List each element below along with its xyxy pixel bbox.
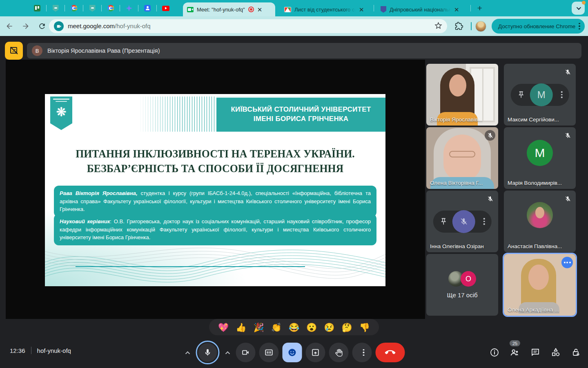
recording-icon <box>248 7 254 12</box>
call-controls <box>183 337 405 368</box>
camera-button[interactable] <box>236 343 256 362</box>
captions-button[interactable] <box>259 343 279 362</box>
reaction-thumbs-up[interactable]: 👍 <box>236 323 246 332</box>
pinned-tab-password-2[interactable] <box>86 0 98 16</box>
browser-menu-icon[interactable] <box>579 23 580 30</box>
raise-hand-button[interactable] <box>329 343 349 362</box>
address-bar[interactable]: meet.google.com/hof-ynuk-ofq <box>49 19 447 33</box>
participant-name: Максим Сергійови... <box>508 117 573 123</box>
meet-bottom-bar: 12:36 hof-ynuk-ofq <box>0 337 588 368</box>
tile-menu-icon[interactable] <box>561 91 563 98</box>
back-button[interactable] <box>2 19 16 33</box>
tab-university[interactable]: Дніпровський національний ✕ <box>376 2 469 16</box>
contacts-icon <box>144 5 151 11</box>
mic-button[interactable] <box>198 343 217 362</box>
reaction-clap[interactable]: 👏 <box>271 323 282 332</box>
chat-button[interactable] <box>530 347 541 358</box>
participant-tile-video[interactable]: Вікторія Ярославів... <box>426 64 498 126</box>
reaction-thinking[interactable]: 🤔 <box>342 323 352 332</box>
tab-meet-active[interactable]: Meet: "hof-ynuk-ofq" ✕ <box>183 2 275 16</box>
forward-button[interactable] <box>19 19 33 33</box>
participants-button[interactable]: 25 <box>510 347 520 358</box>
kebab-icon <box>363 349 365 356</box>
participant-tile-avatar[interactable]: Анастасія Павлівна... <box>504 191 576 252</box>
reaction-party[interactable]: 🎉 <box>253 323 264 332</box>
tab-separator <box>101 5 102 11</box>
shield-icon <box>53 5 59 12</box>
tab-gmail[interactable]: Лист від студентського сам ✕ <box>280 2 372 16</box>
toolbar-separator <box>471 22 472 30</box>
pin-icon[interactable] <box>440 218 448 225</box>
extensions-icon[interactable] <box>454 22 463 32</box>
pinned-tab-password[interactable] <box>49 0 62 16</box>
present-button[interactable] <box>306 343 325 362</box>
reaction-surprised[interactable]: 😮 <box>306 323 317 332</box>
pinned-tab-youtube[interactable] <box>160 0 172 16</box>
participant-avatar: М <box>530 83 553 106</box>
participant-tile-avatar[interactable]: Інна Олегівна Озіран <box>426 191 498 252</box>
meet-panel-buttons: 25 <box>489 337 581 368</box>
meet-site-icon <box>54 21 64 31</box>
participant-tile-active-speaker[interactable]: Олена Аркадіївна ... <box>503 253 577 317</box>
tab-close-icon[interactable]: ✕ <box>257 7 263 13</box>
tab-label: Лист від студентського сам <box>294 7 356 13</box>
slide-pinstripes <box>138 96 216 132</box>
reaction-bar: 💖 👍 🎉 👏 😂 😮 😢 🤔 👎 <box>209 319 379 335</box>
reactions-button[interactable] <box>283 343 302 362</box>
pinned-tab-google-2[interactable] <box>105 0 117 16</box>
presentation-off-warning[interactable] <box>5 42 23 60</box>
participant-tile-avatar[interactable]: М Максим Сергійови... <box>504 64 576 126</box>
reload-button[interactable] <box>35 19 49 33</box>
slide-author-box: Рава Вікторія Ярославівна, студентка І к… <box>54 186 376 217</box>
chrome-update-button[interactable]: Доступно обновление Chrome <box>492 19 585 34</box>
slide: КИЇВСЬКИЙ СТОЛИЧНИЙ УНІВЕРСИТЕТ ІМЕНІ БО… <box>45 94 385 286</box>
pinned-tab-google[interactable] <box>68 0 80 16</box>
mic-options-chevron[interactable] <box>183 343 192 362</box>
footer-separator <box>31 347 31 354</box>
participant-tile-avatar[interactable]: М Марія Володимирів... <box>504 127 576 189</box>
host-controls-button[interactable] <box>571 347 581 358</box>
tab-search-chevron-button[interactable] <box>572 2 585 15</box>
reaction-laugh[interactable]: 😂 <box>289 323 299 332</box>
camera-options-chevron[interactable] <box>223 343 232 362</box>
end-call-button[interactable] <box>376 343 405 362</box>
participant-name: Марія Володимирів... <box>508 180 573 186</box>
tile-hover-controls <box>433 211 492 233</box>
mic-off-icon <box>485 130 495 141</box>
slide-title-line1: ПИТАННЯ ІНКЛЮЗИВНОСТІ НА ТЕРЕНАХ УКРАЇНИ… <box>55 146 375 161</box>
bookmark-star-icon[interactable] <box>434 22 442 31</box>
reaction-heart[interactable]: 💖 <box>218 323 229 332</box>
presenter-banner[interactable]: В Вікторія Ярославівна Рава (Презентація… <box>27 43 581 58</box>
mic-off-icon <box>485 193 495 204</box>
mic-off-icon <box>562 67 573 77</box>
tile-options-button[interactable] <box>561 257 573 268</box>
more-options-button[interactable] <box>352 343 372 362</box>
reaction-thumbs-down[interactable]: 👎 <box>359 323 370 332</box>
new-tab-button[interactable]: + <box>474 3 485 13</box>
participant-tile-video[interactable]: Олена Вікторівна Г... <box>426 127 498 189</box>
mic-off-icon <box>562 193 573 204</box>
more-participants-tile[interactable]: О Ще 17 осіб <box>426 254 498 316</box>
tab-separator <box>156 5 157 11</box>
tab-close-icon[interactable]: ✕ <box>359 7 364 13</box>
slide-university-banner: КИЇВСЬКИЙ СТОЛИЧНИЙ УНІВЕРСИТЕТ ІМЕНІ БО… <box>216 96 385 132</box>
pinned-tab-gemini[interactable] <box>123 0 135 16</box>
pinned-tab-contacts[interactable] <box>141 0 154 16</box>
participant-initial-avatar: О <box>461 271 476 287</box>
tab-close-icon[interactable]: ✕ <box>454 7 459 13</box>
profile-avatar[interactable] <box>475 21 486 32</box>
pinned-tab-trello[interactable] <box>31 0 43 16</box>
slide-title: ПИТАННЯ ІНКЛЮЗИВНОСТІ НА ТЕРЕНАХ УКРАЇНИ… <box>55 146 375 176</box>
tab-separator <box>46 5 47 11</box>
activities-button[interactable] <box>550 347 561 358</box>
pin-icon[interactable] <box>517 91 525 99</box>
participant-name: Інна Олегівна Озіран <box>430 243 496 249</box>
meeting-details-button[interactable] <box>489 347 500 358</box>
university-name-line1: КИЇВСЬКИЙ СТОЛИЧНИЙ УНІВЕРСИТЕТ <box>231 105 371 114</box>
participant-name: Анастасія Павлівна... <box>508 243 573 249</box>
tile-menu-icon[interactable] <box>483 218 485 225</box>
reaction-cry[interactable]: 😢 <box>324 323 334 332</box>
url-path: /hof-ynuk-ofq <box>115 22 151 29</box>
presentation-stage[interactable]: КИЇВСЬКИЙ СТОЛИЧНИЙ УНІВЕРСИТЕТ ІМЕНІ БО… <box>6 60 425 319</box>
tab-label: Дніпровський національний <box>390 7 451 13</box>
